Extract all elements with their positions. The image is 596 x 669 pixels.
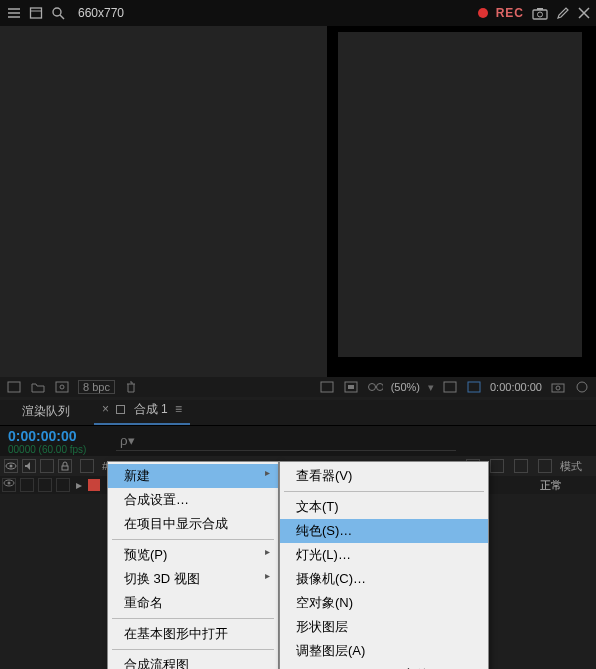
tab-menu-icon[interactable]: ≡ bbox=[175, 402, 182, 416]
menu-comp-settings[interactable]: 合成设置… bbox=[108, 488, 278, 512]
menu-reveal-comp[interactable]: 在项目中显示合成 bbox=[108, 512, 278, 536]
res-icon[interactable] bbox=[442, 380, 458, 394]
roi-icon[interactable] bbox=[466, 380, 482, 394]
svg-point-13 bbox=[368, 384, 375, 391]
layer-audio[interactable] bbox=[20, 478, 34, 492]
svg-rect-7 bbox=[8, 382, 20, 392]
snapshot-icon[interactable] bbox=[550, 380, 566, 394]
glasses-icon[interactable] bbox=[367, 380, 383, 394]
menu-viewer[interactable]: 查看器(V) bbox=[280, 464, 488, 488]
viewport-footer: 8 bpc (50%) ▾ 0:00:00:00 bbox=[0, 377, 596, 397]
layer-twirl-icon[interactable]: ▸ bbox=[76, 478, 82, 492]
timecode-main: 0:00:00:00 bbox=[8, 428, 100, 444]
svg-point-5 bbox=[538, 12, 543, 17]
svg-point-14 bbox=[376, 384, 383, 391]
tab-label: 渲染队列 bbox=[22, 404, 70, 418]
fx-column-icon[interactable] bbox=[490, 459, 504, 473]
menu-ps-file[interactable]: Adobe Photoshop 文件(H)… bbox=[280, 663, 488, 669]
title-bar: 660x770 REC bbox=[0, 0, 596, 26]
svg-point-20 bbox=[577, 382, 587, 392]
record-label[interactable]: REC bbox=[496, 6, 524, 20]
svg-point-22 bbox=[10, 465, 13, 468]
window-icon[interactable] bbox=[28, 5, 44, 21]
svg-point-25 bbox=[8, 482, 11, 485]
menu-rename[interactable]: 重命名 bbox=[108, 591, 278, 615]
mode-column[interactable]: 模式 bbox=[560, 459, 582, 474]
menu-flow-comp[interactable]: 合成流程图 bbox=[108, 653, 278, 669]
svg-point-2 bbox=[53, 8, 61, 16]
svg-rect-12 bbox=[348, 385, 354, 389]
eye-column-icon[interactable] bbox=[4, 459, 18, 473]
grid-icon[interactable] bbox=[319, 380, 335, 394]
menu-shape[interactable]: 形状图层 bbox=[280, 615, 488, 639]
menu-open-egp[interactable]: 在基本图形中打开 bbox=[108, 622, 278, 646]
record-indicator-icon bbox=[478, 8, 488, 18]
menu-solid[interactable]: 纯色(S)… bbox=[280, 519, 488, 543]
title-bar-right: REC bbox=[478, 6, 590, 20]
camera-icon[interactable] bbox=[532, 6, 548, 20]
tab-composition[interactable]: × 合成 1 ≡ bbox=[94, 397, 190, 425]
hamburger-icon[interactable] bbox=[6, 5, 22, 21]
solo-column-icon[interactable] bbox=[40, 459, 54, 473]
menu-new[interactable]: 新建 bbox=[108, 464, 278, 488]
svg-rect-0 bbox=[31, 8, 42, 18]
search-input[interactable] bbox=[116, 431, 456, 451]
layer-eye[interactable] bbox=[2, 478, 16, 492]
svg-point-9 bbox=[60, 385, 64, 389]
window-title: 660x770 bbox=[78, 6, 124, 20]
layer-solo[interactable] bbox=[38, 478, 52, 492]
lock-column-icon[interactable] bbox=[58, 459, 72, 473]
menu-separator bbox=[284, 491, 484, 492]
interpret-icon[interactable] bbox=[6, 380, 22, 394]
title-bar-left: 660x770 bbox=[6, 5, 124, 21]
current-time[interactable]: 0:00:00:00 00000 (60.00 fps) bbox=[0, 426, 108, 456]
viewer-frame bbox=[338, 32, 582, 357]
timeline-search bbox=[108, 426, 596, 456]
svg-rect-6 bbox=[537, 8, 543, 10]
menu-toggle-3d[interactable]: 切换 3D 视图 bbox=[108, 567, 278, 591]
timecode-sub: 00000 (60.00 fps) bbox=[8, 444, 100, 455]
svg-rect-23 bbox=[62, 466, 68, 470]
menu-null[interactable]: 空对象(N) bbox=[280, 591, 488, 615]
layer-mode[interactable]: 正常 bbox=[540, 478, 596, 493]
project-panel[interactable] bbox=[0, 26, 328, 377]
timeline-header: 0:00:00:00 00000 (60.00 fps) bbox=[0, 426, 596, 456]
bit-depth[interactable]: 8 bpc bbox=[78, 380, 115, 394]
menu-light[interactable]: 灯光(L)… bbox=[280, 543, 488, 567]
svg-line-3 bbox=[60, 15, 64, 19]
svg-rect-17 bbox=[468, 382, 480, 392]
folder-icon[interactable] bbox=[30, 380, 46, 394]
new-comp-icon[interactable] bbox=[54, 380, 70, 394]
svg-rect-16 bbox=[444, 382, 456, 392]
menu-adjustment[interactable]: 调整图层(A) bbox=[280, 639, 488, 663]
tab-label: 合成 1 bbox=[134, 402, 168, 416]
menu-separator bbox=[112, 649, 274, 650]
svg-rect-4 bbox=[533, 10, 547, 19]
tab-render-queue[interactable]: 渲染队列 bbox=[14, 399, 78, 425]
layer-lock[interactable] bbox=[56, 478, 70, 492]
trash-icon[interactable] bbox=[123, 380, 139, 394]
channel-icon[interactable] bbox=[574, 380, 590, 394]
context-menu-layer: 新建 合成设置… 在项目中显示合成 预览(P) 切换 3D 视图 重命名 在基本… bbox=[107, 461, 279, 669]
svg-rect-8 bbox=[56, 382, 68, 392]
comp-swatch-icon bbox=[116, 405, 125, 414]
mb-column-icon[interactable] bbox=[514, 459, 528, 473]
zoom-level[interactable]: (50%) bbox=[391, 381, 420, 393]
viewport bbox=[0, 26, 596, 377]
audio-column-icon[interactable] bbox=[22, 459, 36, 473]
timeline-tabs: 渲染队列 × 合成 1 ≡ bbox=[0, 400, 596, 426]
composition-viewer[interactable] bbox=[328, 26, 596, 377]
menu-text[interactable]: 文本(T) bbox=[280, 495, 488, 519]
close-icon[interactable] bbox=[578, 7, 590, 19]
3d-column-icon[interactable] bbox=[538, 459, 552, 473]
pencil-icon[interactable] bbox=[556, 6, 570, 20]
toggle-mask-icon[interactable] bbox=[343, 380, 359, 394]
svg-rect-18 bbox=[552, 384, 564, 392]
layer-color-swatch[interactable] bbox=[88, 479, 100, 491]
search-icon[interactable] bbox=[50, 5, 66, 21]
svg-rect-10 bbox=[321, 382, 333, 392]
menu-preview[interactable]: 预览(P) bbox=[108, 543, 278, 567]
footer-timecode[interactable]: 0:00:00:00 bbox=[490, 381, 542, 393]
menu-camera[interactable]: 摄像机(C)… bbox=[280, 567, 488, 591]
label-column-icon[interactable] bbox=[80, 459, 94, 473]
